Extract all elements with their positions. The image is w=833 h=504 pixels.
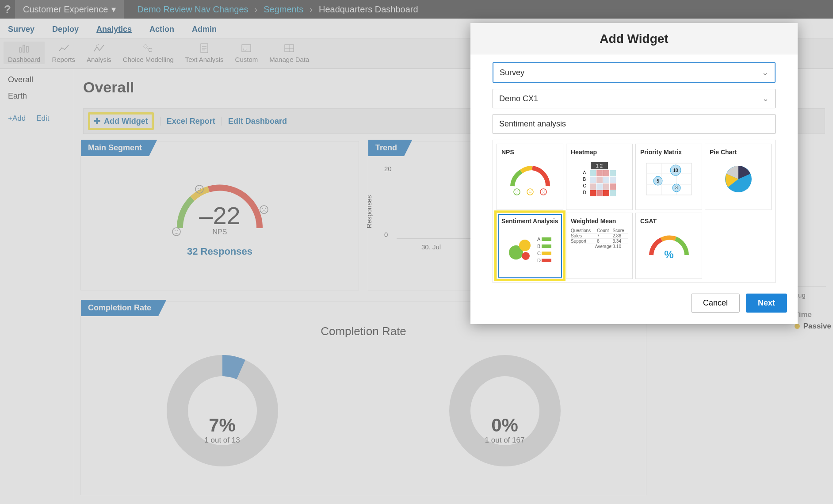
widget-tab-main-segment: Main Segment <box>81 140 149 156</box>
tool-choice-modelling[interactable]: Choice Modelling <box>118 42 178 64</box>
chevron-down-icon: ▾ <box>111 4 116 15</box>
svg-point-33 <box>531 191 531 191</box>
svg-text:{ }: { } <box>243 47 247 51</box>
sidebar-heading[interactable]: Overall <box>8 75 66 84</box>
type-card-pie[interactable]: Pie Chart <box>705 144 772 210</box>
svg-point-29 <box>516 191 516 191</box>
add-widget-button[interactable]: ✚ Add Widget <box>88 112 154 130</box>
tab-deploy[interactable]: Deploy <box>52 25 79 34</box>
legend: Time Passive <box>795 308 831 333</box>
svg-point-5 <box>149 48 152 52</box>
svg-point-31 <box>527 189 533 195</box>
choice-icon <box>142 42 154 54</box>
svg-point-32 <box>529 191 530 191</box>
svg-rect-58 <box>542 252 551 255</box>
svg-text:C: C <box>537 251 541 256</box>
line-chart-icon <box>57 42 70 54</box>
trend-y-axis-label: Responses <box>365 195 373 229</box>
svg-point-23 <box>260 206 268 214</box>
nps-responses[interactable]: 32 Responses <box>85 246 354 257</box>
tab-analytics[interactable]: Analytics <box>96 25 132 34</box>
type-card-csat[interactable]: CSAT % <box>635 213 702 279</box>
crumb-segments[interactable]: Segments <box>264 4 303 15</box>
source-type-select[interactable]: Survey ⌄ <box>493 62 776 83</box>
tab-action[interactable]: Action <box>149 25 174 34</box>
svg-line-6 <box>147 48 149 49</box>
next-button[interactable]: Next <box>746 294 787 313</box>
svg-text:5: 5 <box>657 179 659 183</box>
brand-icon: ? <box>0 0 15 19</box>
widget-main-segment: Main Segment –22 NPS 32 Responses <box>80 141 359 290</box>
document-icon <box>198 42 210 54</box>
plus-icon: ✚ <box>94 116 100 126</box>
svg-text:B: B <box>537 244 540 249</box>
edit-dashboard-button[interactable]: Edit Dashboard <box>228 117 287 126</box>
svg-point-30 <box>517 191 518 191</box>
excel-report-button[interactable]: Excel Report <box>167 117 215 126</box>
sidebar-edit-button[interactable]: Edit <box>36 114 49 123</box>
project-switcher[interactable]: Customer Experience ▾ <box>15 0 124 19</box>
svg-rect-54 <box>542 237 551 241</box>
bar-chart-icon <box>18 42 31 54</box>
svg-point-36 <box>542 191 543 191</box>
heatmap-icon: 1 2 A B C D <box>571 159 628 199</box>
donut-right-pct: 0% <box>485 415 525 436</box>
chevron-right-icon: › <box>255 4 258 15</box>
chevron-down-icon: ⌄ <box>762 68 768 77</box>
divider <box>160 117 160 126</box>
sidebar-add-button[interactable]: +Add <box>8 114 26 123</box>
legend-item-passive[interactable]: Passive <box>795 322 831 331</box>
widget-tab-completion: Completion Rate <box>81 300 158 316</box>
donut-chart-left <box>156 344 289 477</box>
svg-point-4 <box>144 45 147 48</box>
svg-point-17 <box>175 230 176 231</box>
donut-left-sub: 1 out of 13 <box>204 436 240 445</box>
svg-point-21 <box>200 188 201 189</box>
type-card-nps[interactable]: NPS <box>497 144 563 210</box>
tool-reports[interactable]: Reports <box>47 42 80 64</box>
donut-right-sub: 1 out of 167 <box>485 436 525 445</box>
svg-text:3: 3 <box>675 185 678 190</box>
modal-title: Add Widget <box>470 23 798 54</box>
svg-rect-0 <box>19 48 21 52</box>
table-icon: QuestionsCountScore Sales72.86 Support83… <box>571 228 628 268</box>
svg-text:10: 10 <box>673 168 678 173</box>
tab-survey[interactable]: Survey <box>8 25 34 34</box>
tab-admin[interactable]: Admin <box>192 25 217 34</box>
widget-tab-trend: Trend <box>368 140 404 156</box>
tool-custom[interactable]: { }Custom <box>231 42 263 64</box>
pie-chart-icon <box>710 159 767 199</box>
svg-point-37 <box>544 191 545 191</box>
completion-title: Completion Rate <box>81 325 646 338</box>
svg-rect-38 <box>646 163 692 195</box>
sidebar-item-earth[interactable]: Earth <box>8 92 66 101</box>
widget-name-input[interactable] <box>493 115 776 134</box>
donut-chart-right <box>439 344 571 477</box>
project-name: Customer Experience <box>23 4 108 15</box>
spreadsheet-icon <box>283 42 295 54</box>
tool-analysis[interactable]: Analysis <box>82 42 116 64</box>
code-icon: { } <box>240 42 252 54</box>
tool-manage-data[interactable]: Manage Data <box>265 42 313 64</box>
cancel-button[interactable]: Cancel <box>691 294 740 313</box>
svg-text:%: % <box>664 248 673 260</box>
svg-text:A: A <box>537 237 541 242</box>
type-card-priority[interactable]: Priority Matrix 10 5 3 <box>635 144 702 210</box>
svg-point-16 <box>172 228 180 236</box>
svg-rect-1 <box>23 45 25 52</box>
survey-select[interactable]: Demo CX1 ⌄ <box>493 89 776 108</box>
type-card-weighted[interactable]: Weighted Mean QuestionsCountScore Sales7… <box>566 213 633 279</box>
svg-point-52 <box>522 252 530 260</box>
donut-left-pct: 7% <box>204 415 240 436</box>
trend-ytick-0: 0 <box>384 231 388 238</box>
crumb-project[interactable]: Demo Review Nav Changes <box>137 4 248 15</box>
trend-ytick-20: 20 <box>384 165 392 172</box>
left-sidebar: Overall Earth +Add Edit <box>0 69 74 500</box>
breadcrumb: Demo Review Nav Changes › Segments › Hea… <box>124 4 418 15</box>
type-card-heatmap[interactable]: Heatmap 1 2 A B C D <box>566 144 633 210</box>
chevron-right-icon: › <box>310 4 313 15</box>
tool-text-analysis[interactable]: Text Analysis <box>181 42 228 64</box>
tool-dashboard[interactable]: Dashboard <box>4 42 45 64</box>
chevron-down-icon: ⌄ <box>762 94 769 103</box>
type-card-sentiment[interactable]: Sentiment Analysis A B C D <box>497 213 563 279</box>
